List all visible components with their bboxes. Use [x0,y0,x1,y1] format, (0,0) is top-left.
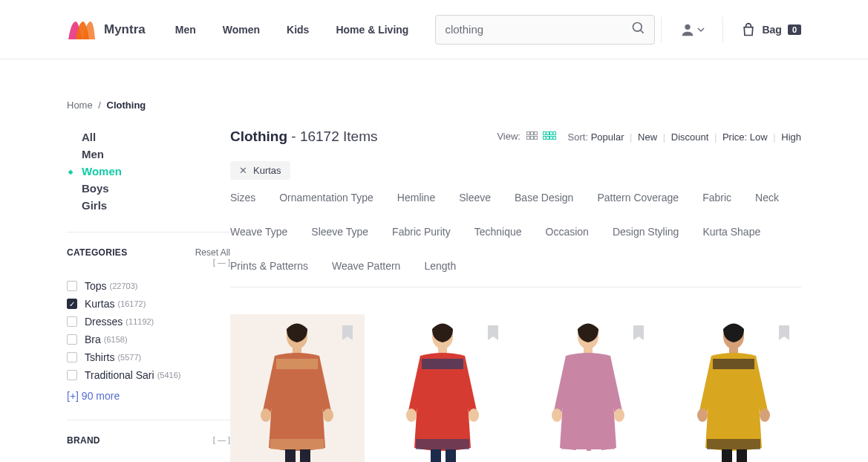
filter-option[interactable]: Prints & Patterns [230,260,308,272]
svg-rect-7 [530,137,533,140]
svg-rect-13 [543,137,546,140]
gender-all[interactable]: All [82,128,230,146]
filter-option[interactable]: Sizes [230,192,255,204]
header-right: Bag 0 [661,17,801,42]
sort-option[interactable]: New [636,131,660,143]
sort-option[interactable]: Popular [591,131,627,143]
gender-men[interactable]: Men [82,146,230,163]
categories-head: CATEGORIES Reset All [ — ] [67,247,230,267]
checkbox-icon [67,352,77,362]
content: All Men Women Boys Girls CATEGORIES Rese… [67,128,801,462]
svg-line-1 [641,30,644,33]
product-card[interactable] [667,314,801,462]
page: Home / Clothing All Men Women Boys Girls… [0,100,868,462]
filter-option[interactable]: Sleeve Type [311,226,368,238]
category-item[interactable]: ✓Kurtas(16172) [67,295,230,313]
nav-men[interactable]: Men [175,24,196,36]
gender-boys[interactable]: Boys [82,180,230,197]
filter-option[interactable]: Weave Pattern [332,260,400,272]
svg-rect-31 [422,359,463,369]
reset-all[interactable]: Reset All [195,247,230,258]
filter-option[interactable]: Technique [474,226,522,238]
sort-option[interactable]: Discount [668,131,711,143]
filter-option[interactable]: Occasion [546,226,589,238]
filter-chip-kurtas[interactable]: ✕ Kurtas [230,161,290,180]
bag-button[interactable]: Bag 0 [741,22,801,38]
filter-option[interactable]: Fabric Purity [392,226,451,238]
sort-option[interactable]: High [779,131,801,143]
category-item[interactable]: Bra(6158) [67,331,230,348]
filter-option[interactable]: Design Styling [613,226,679,238]
category-item[interactable]: Dresses(11192) [67,313,230,331]
filter-bar: SizesOrnamentation TypeHemlineSleeveBase… [230,192,801,287]
filter-option[interactable]: Fabric [702,192,731,204]
category-label: Tshirts [85,351,114,363]
svg-point-2 [685,24,691,29]
bookmark-icon[interactable] [632,325,645,344]
product-card[interactable] [521,314,656,462]
results-title-category: Clothing [230,128,287,144]
logo[interactable]: Myntra [67,19,146,41]
svg-point-50 [760,409,770,422]
separator: | [773,131,775,143]
user-menu[interactable] [679,22,705,38]
nav-women[interactable]: Women [223,24,260,36]
view-label: View: [497,131,521,142]
collapse-icon[interactable]: [ — ] [195,258,230,267]
view-grid-4-icon[interactable] [543,131,556,143]
checkbox-icon [67,316,77,327]
filter-option[interactable]: Sleeve [459,192,491,204]
gender-girls[interactable]: Girls [82,197,230,214]
sort-option[interactable]: Price: Low [719,131,770,143]
svg-rect-33 [431,449,441,462]
logo-icon [67,19,97,41]
view-grid-3-icon[interactable] [526,131,538,143]
product-image [230,314,365,462]
product-image [376,314,510,462]
header: Myntra Men Women Kids Home & Living Bag … [0,0,868,59]
filter-option[interactable]: Weave Type [230,226,287,238]
collapse-icon[interactable]: [ — ] [213,435,230,444]
search-input[interactable] [435,15,655,45]
gender-women[interactable]: Women [82,163,230,180]
search-icon[interactable] [631,21,646,39]
category-item[interactable]: Tops(22703) [67,277,230,295]
svg-rect-41 [567,359,609,369]
filter-option[interactable]: Hemline [397,192,435,204]
filter-option[interactable]: Base Design [515,192,573,204]
separator: | [714,131,717,143]
bag-icon [741,22,756,38]
category-item[interactable]: Tshirts(5577) [67,348,230,366]
filter-option[interactable]: Length [424,260,456,272]
svg-rect-9 [543,132,546,135]
active-filters: ✕ Kurtas [230,161,801,180]
filter-option[interactable]: Neck [755,192,779,204]
bookmark-icon[interactable] [777,325,791,344]
breadcrumb-home[interactable]: Home [67,100,93,111]
product-card[interactable] [230,314,365,462]
category-label: Bra [85,334,101,345]
nav-home-living[interactable]: Home & Living [336,24,408,36]
nav-kids[interactable]: Kids [287,24,309,36]
sidebar: All Men Women Boys Girls CATEGORIES Rese… [67,128,230,462]
bookmark-icon[interactable] [341,325,354,344]
svg-rect-23 [285,449,296,462]
filter-option[interactable]: Kurta Shape [702,226,760,238]
category-count: (22703) [110,282,138,290]
category-label: Kurtas [85,298,114,310]
top-nav: Men Women Kids Home & Living [175,24,409,36]
filter-option[interactable]: Ornamentation Type [279,192,373,204]
categories-more[interactable]: [+] 90 more [67,390,230,402]
bookmark-icon[interactable] [486,325,500,344]
svg-point-30 [469,409,479,422]
separator: | [630,131,632,143]
svg-rect-32 [416,439,469,449]
brand-title: BRAND [67,435,100,446]
product-card[interactable] [376,314,510,462]
filter-option[interactable]: Pattern Coverage [597,192,679,204]
svg-rect-54 [737,449,747,462]
gender-filter: All Men Women Boys Girls [67,128,230,214]
svg-rect-43 [576,449,587,462]
category-item[interactable]: Traditional Sari(5416) [67,366,230,384]
svg-rect-51 [713,359,754,369]
